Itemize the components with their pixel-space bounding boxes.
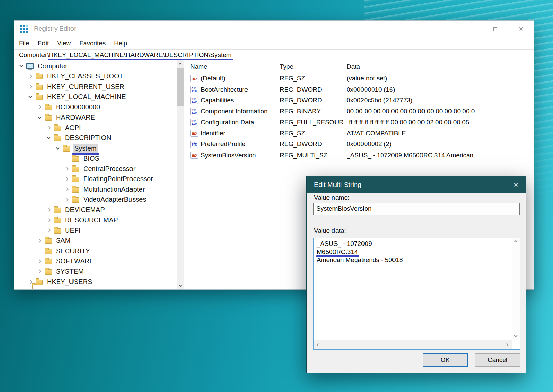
chevron-right-icon[interactable]: [63, 188, 71, 191]
value-name-cell: abIdentifier: [190, 130, 280, 137]
tree-scrollbar[interactable]: [177, 60, 184, 289]
tree-item-computer[interactable]: Computer: [14, 61, 177, 71]
chevron-right-icon[interactable]: [45, 229, 53, 232]
minimize-button[interactable]: [461, 21, 477, 37]
tree-item-multifunctionadapter[interactable]: MultifunctionAdapter: [14, 184, 177, 195]
dialog-close-button[interactable]: ✕: [511, 180, 521, 189]
tree-item-hardware[interactable]: HARDWARE: [14, 112, 177, 123]
tree-item-software[interactable]: SOFTWARE: [14, 256, 177, 267]
tree-item-description[interactable]: DESCRIPTION: [14, 133, 177, 143]
tree-item-system[interactable]: SYSTEM: [14, 266, 177, 277]
tree-item-label: DEVICEMAP: [64, 205, 106, 215]
cancel-button[interactable]: Cancel: [475, 353, 520, 367]
close-icon: ✕: [518, 26, 523, 32]
dialog-title-bar: Edit Multi-String: [307, 176, 526, 193]
tree-item-security[interactable]: SECURITY: [14, 246, 177, 256]
tree-item-videoadapterbusses[interactable]: VideoAdapterBusses: [14, 195, 177, 205]
column-header-data[interactable]: Data: [347, 63, 360, 70]
folder-icon: [71, 176, 80, 182]
menu-favorites[interactable]: Favorites: [79, 40, 106, 47]
column-separator[interactable]: [277, 63, 277, 72]
tree-item-uefi[interactable]: UEFI: [14, 225, 177, 236]
column-header-name[interactable]: Name: [190, 63, 207, 70]
maximize-button[interactable]: [487, 21, 503, 37]
folder-icon: [43, 268, 53, 275]
folder-icon: [43, 114, 53, 121]
pane-splitter[interactable]: [186, 60, 186, 289]
chevron-right-icon[interactable]: [35, 106, 43, 108]
textarea-vertical-scrollbar[interactable]: [512, 238, 520, 340]
scroll-right-arrow[interactable]: [505, 343, 509, 346]
column-header-type[interactable]: Type: [280, 63, 293, 70]
chevron-right-icon[interactable]: [63, 167, 71, 170]
tree-item-floatingpointprocessor[interactable]: FloatingPointProcessor: [14, 174, 177, 185]
tree-item-hkey_local_machine[interactable]: HKEY_LOCAL_MACHINE: [14, 92, 177, 102]
value-type-cell: REG_DWORD: [280, 140, 347, 148]
value-data-textarea[interactable]: _ASUS_ - 1072009M6500RC.314American Mega…: [313, 238, 520, 350]
registry-value-row-componentinformation[interactable]: 011 110Component InformationREG_BINARY00…: [188, 106, 534, 117]
menu-view[interactable]: View: [57, 40, 71, 47]
tree-item-bcd00000000[interactable]: BCD00000000: [14, 102, 177, 112]
chevron-right-icon[interactable]: [26, 281, 34, 283]
chevron-right-icon[interactable]: [45, 126, 53, 129]
registry-value-row-capabilities[interactable]: 011 110CapabilitiesREG_DWORD0x0020c5bd (…: [188, 95, 534, 106]
tree-item-label: HKEY_LOCAL_MACHINE: [46, 92, 127, 101]
registry-value-row-bootarchitecture[interactable]: 011 110BootArchitectureREG_DWORD0x000000…: [188, 84, 534, 95]
tree-item-system[interactable]: System: [14, 143, 177, 154]
tree-item-label: ACPI: [64, 123, 82, 132]
registry-value-row-preferredprofile[interactable]: 011 110PreferredProfileREG_DWORD0x000000…: [188, 139, 534, 150]
chevron-right-icon[interactable]: [26, 75, 34, 78]
chevron-down-icon[interactable]: [54, 148, 62, 149]
value-name-input[interactable]: [313, 203, 520, 215]
close-button[interactable]: ✕: [513, 21, 529, 37]
scrollbar-thumb[interactable]: [177, 68, 184, 106]
chevron-right-icon[interactable]: [63, 178, 71, 181]
tree-item-hkey_users[interactable]: HKEY_USERS: [14, 277, 177, 287]
tree-item-resourcemap[interactable]: RESOURCEMAP: [14, 215, 177, 226]
column-separator[interactable]: [344, 63, 344, 72]
column-separator[interactable]: [486, 63, 486, 72]
tree-item-acpi[interactable]: ACPI: [14, 123, 177, 133]
tree-item-devicemap[interactable]: DEVICEMAP: [14, 205, 177, 215]
registry-value-row-configurationdata[interactable]: 011 110Configuration DataREG_FULL_RESOUR…: [188, 117, 534, 128]
ok-button[interactable]: OK: [423, 353, 468, 367]
tree-item-hkey_classes_root[interactable]: HKEY_CLASSES_ROOT: [14, 71, 177, 82]
tree-item-label: Computer: [36, 62, 69, 71]
tree-item-label: HKEY_USERS: [46, 277, 94, 286]
chevron-right-icon[interactable]: [45, 219, 53, 222]
binary-icon: 011 110: [190, 97, 198, 104]
chevron-right-icon[interactable]: [63, 198, 71, 201]
tree-item-centralprocessor[interactable]: CentralProcessor: [14, 164, 177, 174]
registry-value-row-identifier[interactable]: abIdentifierREG_SZAT/AT COMPATIBLE: [188, 128, 534, 139]
value-name-text: PreferredProfile: [201, 140, 245, 148]
menu-edit[interactable]: Edit: [38, 40, 49, 47]
folder-icon: [71, 155, 80, 162]
chevron-down-icon[interactable]: [45, 137, 53, 139]
address-bar[interactable]: Computer\HKEY_LOCAL_MACHINE\HARDWARE\DES…: [14, 49, 534, 60]
registry-value-row-systembiosversion[interactable]: abSystemBiosVersionREG_MULTI_SZ_ASUS_ - …: [188, 150, 534, 161]
chevron-right-icon[interactable]: [35, 239, 43, 242]
chevron-right-icon[interactable]: [45, 208, 53, 211]
chevron-right-icon[interactable]: [35, 260, 43, 263]
tree-item-bios[interactable]: BIOS: [14, 154, 177, 164]
registry-value-row-default[interactable]: ab(Default)REG_SZ(value not set): [188, 73, 534, 84]
chevron-down-icon[interactable]: [17, 65, 25, 67]
annotated-data-line: M6500RC.314: [317, 248, 358, 255]
tree-item-hkey_current_user[interactable]: HKEY_CURRENT_USER: [14, 81, 177, 92]
tree-item-sam[interactable]: SAM: [14, 236, 177, 246]
scroll-left-arrow[interactable]: [317, 343, 320, 346]
scroll-down-arrow[interactable]: [512, 332, 520, 340]
chevron-down-icon[interactable]: [26, 96, 34, 98]
chevron-down-icon[interactable]: [35, 117, 43, 118]
chevron-right-icon[interactable]: [35, 270, 43, 273]
scroll-up-arrow[interactable]: [177, 60, 184, 68]
scroll-up-arrow[interactable]: [512, 238, 520, 246]
regedit-app-icon: [20, 25, 29, 34]
textarea-horizontal-scrollbar[interactable]: [314, 340, 512, 349]
value-name-text: Configuration Data: [201, 119, 254, 126]
scroll-down-arrow[interactable]: [177, 282, 184, 289]
tree-item-label: VideoAdapterBusses: [82, 195, 147, 204]
menu-file[interactable]: File: [19, 40, 29, 47]
menu-help[interactable]: Help: [114, 40, 127, 47]
chevron-right-icon[interactable]: [26, 85, 34, 88]
